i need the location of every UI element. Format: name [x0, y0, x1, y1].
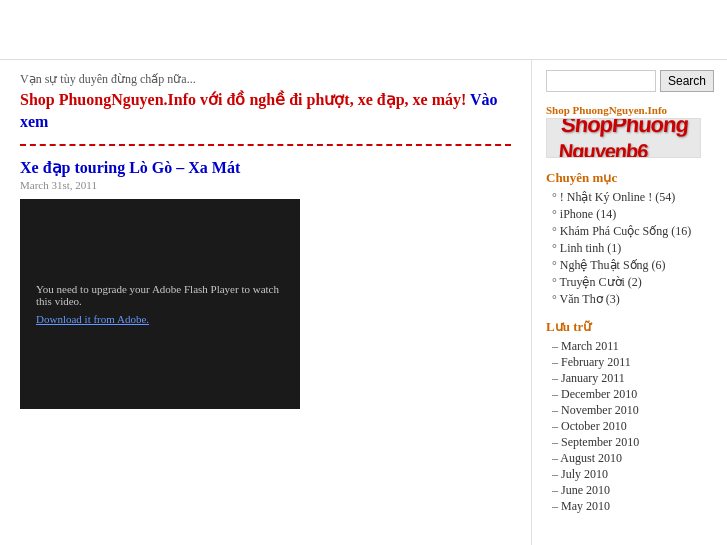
list-item[interactable]: August 2010	[546, 451, 713, 466]
list-item[interactable]: January 2011	[546, 371, 713, 386]
promo-link-text: Shop PhuongNguyen.Info với đồ nghề đi ph…	[20, 91, 466, 108]
shop-promo-label: Shop PhuongNguyen.Info	[546, 104, 713, 116]
shop-logo-box[interactable]: ShopPhuongNguyenb6	[546, 118, 701, 158]
search-widget: Search	[546, 70, 713, 92]
search-input[interactable]	[546, 70, 656, 92]
video-upgrade-text: You need to upgrade your Adobe Flash Pla…	[36, 283, 284, 307]
archive-list: March 2011 February 2011 January 2011 De…	[546, 339, 713, 514]
categories-list: ! Nhật Ký Online ! (54) iPhone (14) Khám…	[546, 190, 713, 307]
list-item[interactable]: June 2010	[546, 483, 713, 498]
list-item[interactable]: September 2010	[546, 435, 713, 450]
categories-title: Chuyên mục	[546, 170, 713, 186]
promo-divider	[20, 144, 511, 146]
video-download-link[interactable]: Download it from Adobe.	[36, 313, 149, 325]
list-item[interactable]: Nghệ Thuật Sống (6)	[546, 258, 713, 273]
video-player: You need to upgrade your Adobe Flash Pla…	[20, 199, 300, 409]
list-item[interactable]: March 2011	[546, 339, 713, 354]
list-item[interactable]: Truyện Cười (2)	[546, 275, 713, 290]
list-item[interactable]: ! Nhật Ký Online ! (54)	[546, 190, 713, 205]
post-date: March 31st, 2011	[20, 179, 511, 191]
promo-tagline: Vạn sự tùy duyên đừng chấp nữa...	[20, 72, 511, 87]
promo-link[interactable]: Shop PhuongNguyen.Info với đồ nghề đi ph…	[20, 91, 498, 130]
list-item[interactable]: Linh tinh (1)	[546, 241, 713, 256]
shop-logo: ShopPhuongNguyenb6	[558, 118, 689, 158]
list-item[interactable]: December 2010	[546, 387, 713, 402]
list-item[interactable]: Khám Phá Cuộc Sống (16)	[546, 224, 713, 239]
list-item[interactable]: Văn Thơ (3)	[546, 292, 713, 307]
list-item[interactable]: May 2010	[546, 499, 713, 514]
list-item[interactable]: November 2010	[546, 403, 713, 418]
list-item[interactable]: February 2011	[546, 355, 713, 370]
search-button[interactable]: Search	[660, 70, 714, 92]
archive-title: Lưu trữ	[546, 319, 713, 335]
list-item[interactable]: iPhone (14)	[546, 207, 713, 222]
post-title-link[interactable]: Xe đạp touring Lò Gò – Xa Mát	[20, 158, 511, 177]
list-item[interactable]: October 2010	[546, 419, 713, 434]
list-item[interactable]: July 2010	[546, 467, 713, 482]
